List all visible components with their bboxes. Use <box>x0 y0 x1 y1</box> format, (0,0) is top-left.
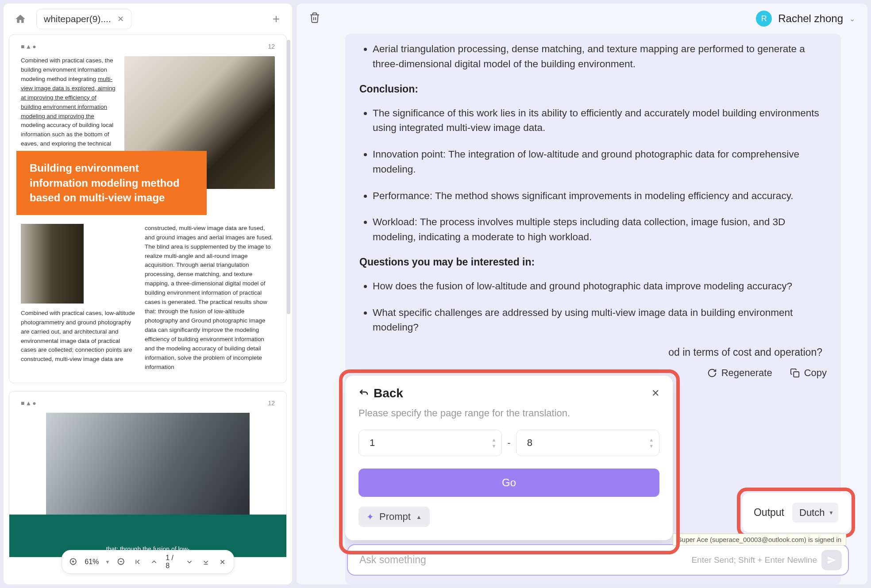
delete-button[interactable] <box>309 12 320 25</box>
home-icon <box>15 13 26 25</box>
chat-hint: Enter Send; Shift + Enter Newline <box>691 555 817 565</box>
page-decor-shapes: ■▲● <box>21 400 37 407</box>
avatar: R <box>756 11 772 27</box>
go-button[interactable]: Go <box>358 469 659 497</box>
bullet-item: The significance of this work lies in it… <box>373 106 827 136</box>
scrollbar[interactable] <box>287 40 290 314</box>
close-toolbar-button[interactable]: ✕ <box>217 556 227 568</box>
send-button[interactable] <box>821 550 842 570</box>
add-tab-button[interactable]: + <box>268 10 284 28</box>
copy-button[interactable]: Copy <box>790 367 827 379</box>
send-icon <box>827 555 836 565</box>
signin-tooltip: Super Ace (superace_00003@outlook.com) i… <box>673 534 846 546</box>
document-viewer[interactable]: ■▲● 12 Combined with practical cases, th… <box>4 35 292 584</box>
svg-rect-7 <box>794 372 799 377</box>
chevron-down-icon[interactable]: ▼ <box>105 559 110 565</box>
copy-icon <box>790 368 800 378</box>
bullet-item-partial: od in terms of cost and operation? <box>359 346 827 358</box>
bullet-item: How does the fusion of low-altitude and … <box>373 279 827 294</box>
close-popup-button[interactable]: ✕ <box>651 388 659 399</box>
zoom-level[interactable]: 61% <box>85 558 99 566</box>
document-page: ■▲● 12 that: through the fusion of low- <box>9 391 287 557</box>
username: Rachel zhong <box>778 12 843 25</box>
zoom-in-button[interactable] <box>68 556 78 568</box>
back-arrow-icon <box>358 388 369 399</box>
close-tab-icon[interactable]: ✕ <box>117 14 124 24</box>
bullet-item: Aerial triangulation processing, dense m… <box>373 42 827 72</box>
last-page-button[interactable] <box>200 556 211 568</box>
document-page: ■▲● 12 Combined with practical cases, th… <box>9 35 287 383</box>
user-menu[interactable]: R Rachel zhong ⌄ <box>756 11 855 27</box>
page-decor-shapes: ■▲● <box>21 43 37 50</box>
article-title: Building environment information modelin… <box>16 151 207 215</box>
page-number: 12 <box>268 400 275 407</box>
chevron-down-icon: ⌄ <box>849 15 855 23</box>
section-heading: Conclusion: <box>359 83 827 95</box>
output-label: Output <box>754 507 784 519</box>
right-panel: R Rachel zhong ⌄ Aerial triangulation pr… <box>297 4 867 584</box>
translation-popup-wrap: Back ✕ Please specify the page range for… <box>345 376 673 540</box>
page-number: 12 <box>268 43 275 50</box>
range-dash: - <box>507 437 510 449</box>
page-indicator: 1 / 8 <box>166 554 178 570</box>
sparkle-icon: ✦ <box>366 511 374 522</box>
regenerate-button[interactable]: Regenerate <box>707 367 772 379</box>
chat-input[interactable]: Ask something Enter Send; Shift + Enter … <box>347 544 849 576</box>
bullet-item: Innovation point: The integration of low… <box>373 147 827 177</box>
page-text-right: constructed, multi-view image data are f… <box>145 224 275 372</box>
document-tab[interactable]: whitepaper(9).... ✕ <box>36 9 131 29</box>
back-button[interactable]: Back <box>358 386 403 400</box>
prev-page-button[interactable] <box>149 556 159 568</box>
home-button[interactable] <box>12 10 29 28</box>
right-header: R Rachel zhong ⌄ <box>297 4 867 34</box>
page-image-monitor <box>46 413 250 515</box>
stepper-icon[interactable]: ▲▼ <box>649 437 654 449</box>
trash-icon <box>309 12 320 23</box>
output-language-box: Output Dutch ▼ <box>742 493 850 532</box>
chat-placeholder: Ask something <box>359 554 426 566</box>
zoom-out-button[interactable] <box>116 556 126 568</box>
page-from-input[interactable]: 1 ▲▼ <box>358 430 502 456</box>
bullet-item: Workload: The process involves multiple … <box>373 215 827 245</box>
first-page-button[interactable] <box>133 556 143 568</box>
page-to-input[interactable]: 8 ▲▼ <box>516 430 659 456</box>
prompt-button[interactable]: ✦ Prompt ▲ <box>358 507 430 527</box>
stepper-icon[interactable]: ▲▼ <box>491 437 496 449</box>
page-text-bottom: Combined with practical cases, low-altit… <box>21 309 136 365</box>
translation-popup: Back ✕ Please specify the page range for… <box>345 376 673 540</box>
refresh-icon <box>707 368 717 378</box>
next-page-button[interactable] <box>184 556 194 568</box>
popup-message: Please specify the page range for the tr… <box>358 407 659 419</box>
section-heading: Questions you may be interested in: <box>359 256 827 268</box>
page-image-worker <box>21 224 84 304</box>
chevron-up-icon: ▲ <box>416 514 422 520</box>
tab-label: whitepaper(9).... <box>44 14 111 24</box>
bullet-item: Performance: The method shows significan… <box>373 188 827 204</box>
bullet-item: What specific challenges are addressed b… <box>373 305 827 335</box>
tab-bar: whitepaper(9).... ✕ + <box>4 4 292 35</box>
document-toolbar: 61% ▼ 1 / 8 ✕ <box>62 550 234 574</box>
language-select[interactable]: Dutch <box>792 503 838 523</box>
left-panel: whitepaper(9).... ✕ + ■▲● 12 Combined wi… <box>4 4 292 584</box>
